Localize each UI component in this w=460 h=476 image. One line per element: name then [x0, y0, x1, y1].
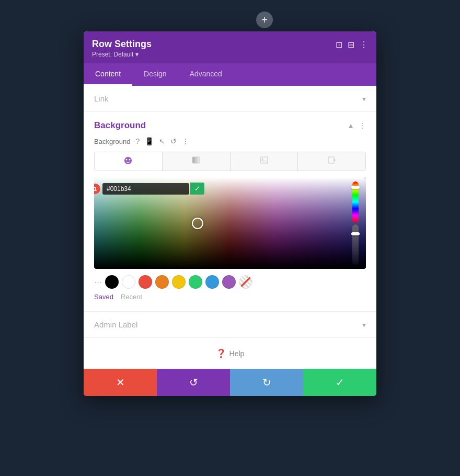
swatch-purple[interactable] — [222, 275, 236, 289]
color-picker-area[interactable]: 1 ✓ — [94, 177, 366, 269]
more-options-icon[interactable]: ⋮ — [360, 40, 368, 50]
modal-body: Link ▾ Background ▲ ⋮ Background ? 📱 ↖ ↺… — [84, 86, 376, 369]
hex-color-input[interactable] — [102, 183, 189, 195]
background-more-icon[interactable]: ⋮ — [359, 121, 366, 130]
image-tab-icon — [260, 156, 268, 164]
alpha-slider[interactable] — [352, 224, 359, 265]
admin-label-section[interactable]: Admin Label ▾ — [84, 312, 376, 338]
link-chevron-icon: ▾ — [362, 95, 366, 103]
svg-point-1 — [129, 159, 131, 161]
modal-title: Row Settings — [92, 39, 152, 50]
badge-number: 1 — [94, 184, 100, 194]
help-text[interactable]: Help — [229, 349, 245, 358]
svg-point-0 — [126, 159, 128, 161]
background-actions: ▲ ⋮ — [347, 121, 366, 130]
help-circle-icon[interactable]: ❓ — [216, 348, 226, 358]
tab-content[interactable]: Content — [84, 63, 132, 86]
plus-icon: + — [261, 14, 268, 26]
reset-icon[interactable]: ↺ — [170, 137, 177, 145]
cursor-icon[interactable]: ↖ — [159, 137, 165, 145]
saved-tab[interactable]: Saved — [94, 293, 113, 301]
swatch-red[interactable] — [139, 275, 152, 289]
hue-thumb[interactable] — [351, 186, 360, 189]
swatch-blue[interactable] — [205, 275, 219, 289]
color-swatches: ··· — [94, 275, 366, 289]
modal-tabs: Content Design Advanced — [84, 63, 376, 86]
tab-advanced[interactable]: Advanced — [178, 63, 234, 86]
help-question-icon[interactable]: ? — [135, 137, 140, 145]
help-section: ❓ Help — [84, 338, 376, 369]
modal-header: Row Settings Preset: Default ▾ ⊡ ⊟ ⋮ — [84, 31, 376, 63]
cancel-icon: ✕ — [116, 376, 125, 389]
color-tab-icon — [124, 156, 132, 165]
sliders-container — [352, 182, 360, 265]
confirm-button[interactable]: ✓ — [303, 369, 376, 396]
bg-type-image[interactable] — [231, 152, 298, 171]
background-section: Background ▲ ⋮ Background ? 📱 ↖ ↺ ⋮ — [84, 112, 376, 312]
undo-button[interactable]: ↺ — [157, 369, 230, 396]
add-button[interactable]: + — [256, 12, 273, 28]
columns-icon[interactable]: ⊟ — [348, 40, 354, 50]
bg-type-video[interactable] — [298, 152, 365, 171]
swatch-black[interactable] — [105, 275, 119, 289]
modal-preset[interactable]: Preset: Default ▾ — [92, 51, 152, 58]
row-settings-modal: Row Settings Preset: Default ▾ ⊡ ⊟ ⋮ Con… — [84, 31, 376, 396]
hue-slider[interactable] — [352, 182, 359, 222]
bg-type-gradient[interactable] — [163, 152, 231, 171]
swatch-transparent[interactable] — [239, 275, 252, 289]
alpha-thumb[interactable] — [351, 232, 360, 235]
background-type-tabs — [94, 152, 366, 171]
link-label: Link — [94, 94, 109, 103]
link-section[interactable]: Link ▾ — [84, 86, 376, 112]
cancel-button[interactable]: ✕ — [84, 369, 157, 396]
background-title: Background — [94, 120, 146, 131]
admin-label-chevron-icon: ▾ — [362, 321, 366, 329]
window-icon[interactable]: ⊡ — [336, 40, 342, 50]
confirm-icon: ✓ — [336, 376, 344, 389]
background-label: Background — [94, 138, 130, 145]
modal-header-icons: ⊡ ⊟ ⋮ — [336, 39, 368, 50]
background-controls: Background ? 📱 ↖ ↺ ⋮ — [94, 137, 366, 145]
redo-button[interactable]: ↻ — [230, 369, 303, 396]
swatch-yellow[interactable] — [172, 275, 186, 289]
options-icon[interactable]: ⋮ — [182, 137, 189, 145]
svg-point-4 — [261, 158, 263, 160]
modal-footer: ✕ ↺ ↻ ✓ — [84, 369, 376, 396]
undo-icon: ↺ — [189, 376, 198, 389]
video-tab-icon — [328, 156, 336, 164]
gradient-tab-icon — [192, 156, 200, 164]
admin-label-text: Admin Label — [94, 320, 137, 329]
bg-type-color[interactable] — [95, 152, 163, 171]
background-header: Background ▲ ⋮ — [94, 120, 366, 131]
color-confirm-button[interactable]: ✓ — [190, 183, 204, 195]
phone-icon[interactable]: 📱 — [145, 137, 154, 145]
tab-design[interactable]: Design — [132, 63, 178, 86]
color-badge: 1 ✓ — [94, 183, 204, 195]
swatch-white[interactable] — [122, 275, 135, 289]
more-swatches-icon[interactable]: ··· — [94, 277, 102, 288]
svg-rect-5 — [328, 157, 334, 163]
color-cursor[interactable] — [192, 218, 203, 229]
saved-recent-tabs: Saved Recent — [94, 293, 366, 301]
collapse-icon[interactable]: ▲ — [347, 121, 354, 130]
swatch-orange[interactable] — [155, 275, 169, 289]
svg-rect-2 — [192, 157, 200, 163]
swatch-green[interactable] — [189, 275, 202, 289]
recent-tab[interactable]: Recent — [121, 293, 142, 301]
modal-title-area: Row Settings Preset: Default ▾ — [92, 39, 152, 58]
redo-icon: ↻ — [262, 376, 271, 389]
